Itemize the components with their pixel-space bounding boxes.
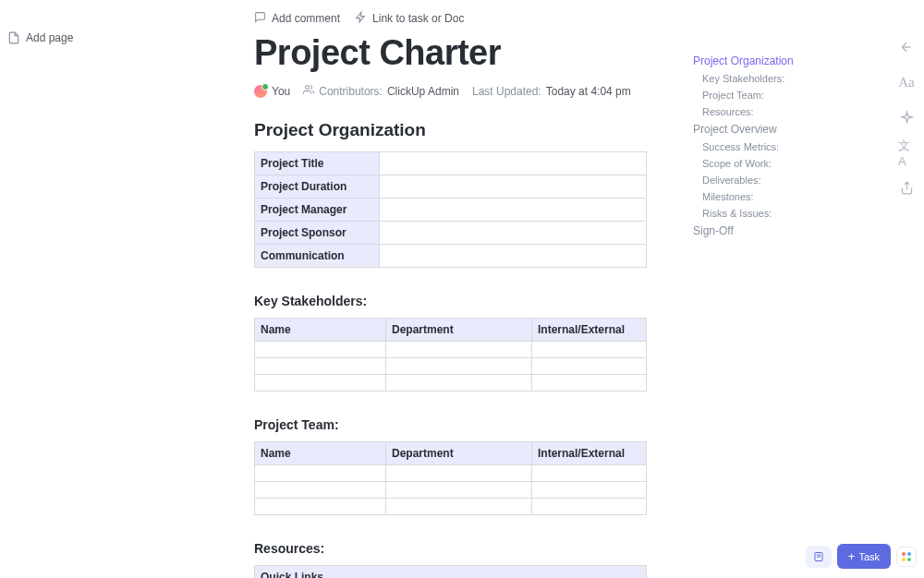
outline-resources[interactable]: Resources: [693, 103, 859, 120]
col-internal-external: Internal/External [532, 442, 647, 465]
section-project-team[interactable]: Project Team: [254, 417, 647, 432]
table-cell[interactable] [386, 375, 532, 391]
table-cell[interactable] [532, 358, 647, 375]
task-chip-label: Task [858, 551, 880, 562]
author-you[interactable]: You [254, 85, 290, 98]
people-icon [303, 84, 314, 98]
outline-sign-off[interactable]: Sign-Off [693, 222, 859, 240]
outline-project-overview[interactable]: Project Overview [693, 120, 859, 138]
table-cell[interactable] [532, 342, 647, 358]
comment-icon [254, 11, 266, 26]
table-cell[interactable] [255, 375, 386, 391]
col-name: Name [255, 319, 386, 342]
table-cell[interactable] [255, 465, 386, 482]
last-updated-label: Last Updated: [472, 85, 541, 98]
table-cell[interactable] [255, 499, 386, 515]
link-to-task-button[interactable]: Link to task or Doc [355, 11, 464, 26]
author-label: You [272, 85, 290, 98]
contributors-label: Contributors: [319, 85, 383, 98]
table-cell[interactable] [386, 482, 532, 499]
org-row-manager[interactable]: Project Manager [255, 199, 380, 222]
share-icon[interactable] [898, 179, 915, 196]
table-cell[interactable] [255, 358, 386, 375]
table-cell[interactable] [255, 342, 386, 358]
org-row-communication[interactable]: Communication [255, 245, 380, 268]
org-cell[interactable] [380, 175, 647, 199]
table-cell[interactable] [532, 465, 647, 482]
table-cell[interactable] [386, 358, 532, 375]
project-team-table[interactable]: Name Department Internal/External [254, 441, 647, 515]
sparkle-icon[interactable] [898, 109, 915, 126]
project-org-table[interactable]: Project Title Project Duration Project M… [254, 151, 647, 268]
document-title[interactable]: Project Charter [254, 33, 647, 73]
table-cell[interactable] [386, 465, 532, 482]
add-comment-button[interactable]: Add comment [254, 11, 340, 26]
col-department: Department [386, 319, 532, 342]
org-cell[interactable] [380, 245, 647, 268]
contributors[interactable]: Contributors: ClickUp Admin [303, 84, 459, 98]
outline-success-metrics[interactable]: Success Metrics: [693, 138, 859, 155]
collapse-icon[interactable] [898, 39, 915, 55]
table-cell[interactable] [532, 499, 647, 515]
svg-point-0 [306, 86, 310, 90]
org-row-title[interactable]: Project Title [255, 152, 380, 175]
task-chip[interactable]: + Task [837, 544, 891, 569]
avatar [254, 85, 267, 98]
col-name: Name [255, 442, 386, 465]
add-comment-label: Add comment [272, 12, 340, 25]
link-to-task-label: Link to task or Doc [372, 12, 464, 25]
quick-links-table[interactable]: Quick Links [254, 565, 647, 578]
col-internal-external: Internal/External [532, 319, 647, 342]
typography-icon[interactable]: Aa [898, 74, 915, 90]
outline-scope-of-work[interactable]: Scope of Work: [693, 155, 859, 172]
notepad-chip[interactable] [806, 546, 832, 568]
document-outline: Project Organization Key Stakeholders: P… [693, 52, 859, 240]
section-project-organization[interactable]: Project Organization [254, 120, 647, 140]
link-icon [355, 11, 367, 26]
outline-milestones[interactable]: Milestones: [693, 188, 859, 205]
page-icon [7, 31, 20, 44]
contributors-value: ClickUp Admin [387, 85, 459, 98]
table-cell[interactable] [386, 499, 532, 515]
table-cell[interactable] [532, 482, 647, 499]
last-updated-value: Today at 4:04 pm [546, 85, 631, 98]
org-cell[interactable] [380, 222, 647, 245]
quick-links-header: Quick Links [255, 566, 646, 578]
outline-project-organization[interactable]: Project Organization [693, 52, 859, 70]
outline-project-team[interactable]: Project Team: [693, 87, 859, 103]
translate-icon[interactable]: 文A [898, 144, 915, 161]
outline-deliverables[interactable]: Deliverables: [693, 172, 859, 188]
add-page-button[interactable]: Add page [26, 31, 73, 44]
org-row-duration[interactable]: Project Duration [255, 175, 380, 199]
section-key-stakeholders[interactable]: Key Stakeholders: [254, 294, 647, 308]
org-row-sponsor[interactable]: Project Sponsor [255, 222, 380, 245]
col-department: Department [386, 442, 532, 465]
table-cell[interactable] [386, 342, 532, 358]
section-resources[interactable]: Resources: [254, 541, 647, 556]
org-cell[interactable] [380, 199, 647, 222]
apps-chip[interactable] [896, 547, 917, 567]
outline-key-stakeholders[interactable]: Key Stakeholders: [693, 70, 859, 87]
last-updated: Last Updated: Today at 4:04 pm [472, 85, 631, 98]
table-cell[interactable] [255, 482, 386, 499]
table-cell[interactable] [532, 375, 647, 391]
stakeholders-table[interactable]: Name Department Internal/External [254, 318, 647, 391]
outline-risks-issues[interactable]: Risks & Issues: [693, 205, 859, 222]
org-cell[interactable] [380, 152, 647, 175]
